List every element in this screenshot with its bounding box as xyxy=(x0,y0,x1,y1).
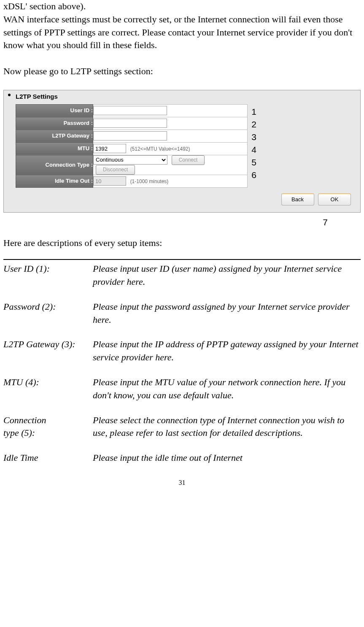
descriptions-block: User ID (1): Please input user ID (user … xyxy=(3,259,361,465)
label-connection-type: Connection Type : xyxy=(16,155,93,175)
row-user-id: User ID : xyxy=(16,104,248,117)
ok-button[interactable]: OK xyxy=(318,193,351,205)
label-user-id: User ID : xyxy=(16,104,93,117)
settings-form-table: User ID : Password : L2TP Gateway : MTU … xyxy=(16,104,248,188)
row-password: Password : xyxy=(16,117,248,130)
label-idle-timeout: Idle Time Out : xyxy=(16,175,93,187)
desc-def: Please input the MTU value of your netwo… xyxy=(93,376,361,402)
settings-title: L2TP Settings xyxy=(16,92,58,101)
desc-row-mtu: MTU (4): Please input the MTU value of y… xyxy=(3,376,361,402)
intro-paragraph-2: WAN interface settings must be correctly… xyxy=(3,13,361,52)
desc-def: Please input the password assigned by yo… xyxy=(93,300,361,327)
descriptions-intro: Here are descriptions of every setup ite… xyxy=(3,237,361,250)
settings-header: L2TP Settings xyxy=(4,90,360,104)
annotation-1: 1 xyxy=(251,105,256,118)
desc-row-idle-time: Idle Time Please input the idle time out… xyxy=(3,451,361,465)
password-input[interactable] xyxy=(93,119,167,128)
annotation-5: 5 xyxy=(251,156,256,168)
bottom-button-bar: Back OK xyxy=(4,188,360,212)
intro-block: xDSL' section above). WAN interface sett… xyxy=(3,0,361,78)
annotation-7: 7 xyxy=(3,216,361,228)
desc-def: Please input the idle time out of Intern… xyxy=(93,451,361,465)
cell-connection-type: Continuous Connect Disconnect xyxy=(93,155,248,175)
desc-row-connection-type: Connection type (5): Please select the c… xyxy=(3,414,361,440)
idle-hint: (1-1000 minutes) xyxy=(130,178,169,184)
annotation-3: 3 xyxy=(251,131,256,143)
label-password: Password : xyxy=(16,117,93,130)
desc-term: User ID (1): xyxy=(3,262,93,289)
idle-timeout-input[interactable] xyxy=(93,176,126,186)
annotation-6: 6 xyxy=(251,169,256,181)
cell-mtu: (512<=MTU Value<=1492) xyxy=(93,142,248,155)
l2tp-settings-panel: L2TP Settings User ID : Password : L2TP … xyxy=(3,90,361,213)
row-connection-type: Connection Type : Continuous Connect Dis… xyxy=(16,155,248,175)
back-button[interactable]: Back xyxy=(281,193,314,205)
row-mtu: MTU : (512<=MTU Value<=1492) xyxy=(16,142,248,155)
desc-row-gateway: L2TP Gateway (3): Please input the IP ad… xyxy=(3,338,361,364)
bullet-icon xyxy=(8,94,11,96)
page-number: 31 xyxy=(3,478,361,487)
mtu-hint: (512<=MTU Value<=1492) xyxy=(130,146,190,152)
connection-type-select[interactable]: Continuous xyxy=(93,155,167,165)
desc-term: Idle Time xyxy=(3,451,93,465)
cell-password xyxy=(93,117,248,130)
desc-term: L2TP Gateway (3): xyxy=(3,338,93,364)
intro-paragraph-3: Now please go to L2TP settings section: xyxy=(3,65,361,78)
intro-line-1: xDSL' section above). xyxy=(3,0,361,13)
mtu-input[interactable] xyxy=(93,144,126,153)
cell-idle-timeout: (1-1000 minutes) xyxy=(93,175,248,187)
desc-term: Password (2): xyxy=(3,300,93,327)
cell-gateway xyxy=(93,130,248,142)
label-mtu: MTU : xyxy=(16,142,93,155)
disconnect-button[interactable]: Disconnect xyxy=(96,165,135,175)
row-gateway: L2TP Gateway : xyxy=(16,130,248,142)
desc-def: Please select the connection type of Int… xyxy=(93,414,361,440)
cell-user-id xyxy=(93,104,248,117)
desc-term: Connection type (5): xyxy=(3,414,93,440)
row-idle-timeout: Idle Time Out : (1-1000 minutes) xyxy=(16,175,248,187)
user-id-input[interactable] xyxy=(93,106,167,115)
connect-button[interactable]: Connect xyxy=(172,155,205,165)
desc-def: Please input the IP address of PPTP gate… xyxy=(93,338,361,364)
desc-term: MTU (4): xyxy=(3,376,93,402)
annotation-4: 4 xyxy=(251,143,256,156)
annotation-2: 2 xyxy=(251,118,256,130)
label-gateway: L2TP Gateway : xyxy=(16,130,93,142)
desc-def: Please input user ID (user name) assigne… xyxy=(93,262,361,289)
gateway-input[interactable] xyxy=(93,131,167,141)
desc-row-password: Password (2): Please input the password … xyxy=(3,300,361,327)
desc-row-user-id: User ID (1): Please input user ID (user … xyxy=(3,262,361,289)
